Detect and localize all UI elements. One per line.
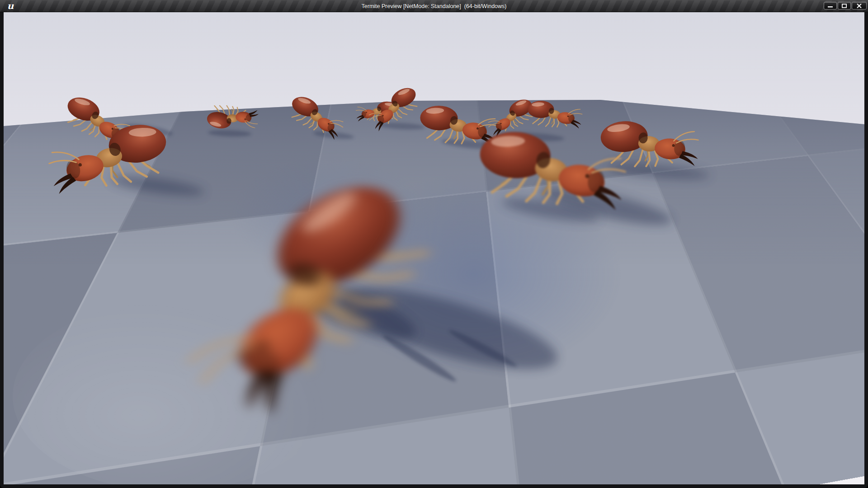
title-bar[interactable]: u Termite Preview [NetMode: Standalone] … bbox=[0, 0, 868, 12]
termite-shadow bbox=[378, 122, 425, 130]
termite-scene bbox=[4, 12, 864, 484]
termite-far-right bbox=[597, 117, 700, 171]
maximize-button[interactable] bbox=[838, 2, 851, 9]
termite-shadow bbox=[208, 129, 251, 137]
minimize-icon bbox=[828, 4, 833, 8]
close-icon bbox=[857, 4, 862, 8]
termites bbox=[43, 81, 700, 428]
maximize-icon bbox=[842, 4, 847, 8]
close-button[interactable] bbox=[852, 2, 867, 9]
window-controls bbox=[824, 2, 867, 9]
game-window: u Termite Preview [NetMode: Standalone] … bbox=[0, 0, 868, 488]
termite-pair-right bbox=[524, 97, 584, 131]
viewport-3d[interactable] bbox=[4, 12, 864, 484]
minimize-button[interactable] bbox=[824, 2, 837, 9]
termite-flipped-on-back bbox=[205, 104, 259, 132]
window-title: Termite Preview [NetMode: Standalone] (6… bbox=[0, 0, 868, 12]
